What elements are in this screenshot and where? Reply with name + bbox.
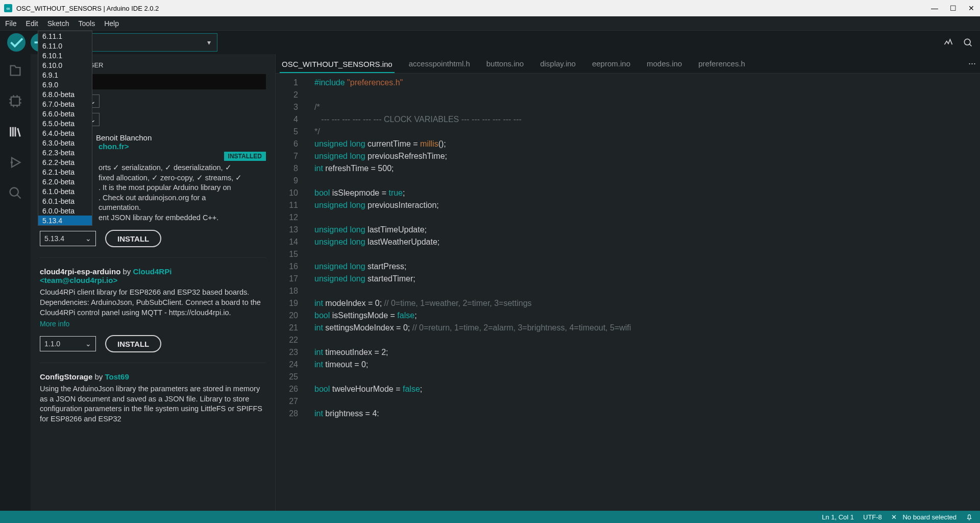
tab[interactable]: preferences.h — [696, 59, 747, 68]
serial-monitor-icon[interactable] — [963, 37, 973, 47]
svg-point-0 — [964, 39, 970, 45]
svg-point-2 — [11, 161, 13, 164]
close-icon[interactable]: ✕ — [967, 4, 976, 13]
window-title: OSC_WITHOUT_SENSORS | Arduino IDE 2.0.2 — [16, 5, 159, 12]
library-card: ConfigStorage by Tost69 Using the Arduin… — [40, 372, 266, 434]
version-dropdown[interactable]: 6.11.16.11.06.10.16.10.06.9.16.9.06.8.0-… — [38, 31, 92, 226]
source-text: #include "preferences.h" /* --- --- --- … — [306, 74, 980, 511]
svg-point-3 — [10, 188, 18, 196]
library-author: Benoit Blanchon — [96, 133, 152, 142]
dropdown-option[interactable]: 6.5.0-beta — [38, 118, 92, 128]
cursor-position: Ln 1, Col 1 — [822, 513, 854, 521]
encoding: UTF-8 — [863, 513, 882, 521]
app-icon: ∞ — [4, 4, 12, 12]
dropdown-option[interactable]: 6.10.0 — [38, 60, 92, 70]
minimize-icon[interactable]: — — [930, 4, 939, 13]
tab[interactable]: OSC_WITHOUT_SENSORS.ino — [280, 60, 395, 73]
version-select[interactable]: 5.13.4⌄ — [40, 231, 96, 246]
maximize-icon[interactable]: ☐ — [948, 4, 958, 13]
dropdown-option[interactable]: 6.0.1-beta — [38, 196, 92, 206]
dropdown-option[interactable]: 6.9.1 — [38, 70, 92, 80]
bell-icon[interactable] — [966, 513, 973, 520]
library-description: Using the ArduinoJson library the parame… — [40, 384, 266, 424]
version-select[interactable]: 1.1.0⌄ — [40, 336, 96, 351]
library-manager-icon[interactable] — [8, 125, 22, 139]
library-description: Cloud4RPi client library for ESP8266 and… — [40, 288, 266, 318]
code-area[interactable]: 1234567891011121314151617181920212223242… — [276, 74, 980, 511]
dropdown-option[interactable]: 6.1.0-beta — [38, 186, 92, 196]
install-button[interactable]: INSTALL — [105, 230, 161, 247]
tab[interactable]: modes.ino — [645, 59, 684, 68]
svg-rect-1 — [11, 97, 19, 105]
installed-badge: INSTALLED — [224, 152, 266, 161]
dropdown-option[interactable]: 6.9.0 — [38, 80, 92, 89]
library-card: cloud4rpi-esp-arduino by Cloud4RPi <team… — [40, 267, 266, 363]
library-email: <team@cloud4rpi.io> — [40, 276, 266, 284]
dropdown-option[interactable]: 6.11.0 — [38, 41, 92, 51]
dropdown-option[interactable]: 6.4.0-beta — [38, 128, 92, 138]
menu-sketch[interactable]: Sketch — [47, 19, 69, 28]
dropdown-option[interactable]: 5.13.4 — [38, 216, 92, 225]
dropdown-option[interactable]: 6.8.0-beta — [38, 89, 92, 99]
dropdown-option[interactable]: 6.7.0-beta — [38, 99, 92, 109]
search-icon[interactable] — [8, 186, 22, 200]
tab-overflow-icon[interactable]: ··· — [968, 58, 976, 69]
dropdown-option[interactable]: 6.3.0-beta — [38, 138, 92, 148]
chevron-down-icon: ⌄ — [85, 234, 91, 243]
menu-file[interactable]: File — [5, 19, 17, 28]
tab[interactable]: accesspointhtml.h — [407, 59, 472, 68]
boards-manager-icon[interactable] — [8, 94, 22, 108]
tab[interactable]: eeprom.ino — [590, 59, 632, 68]
dropdown-option[interactable]: 6.2.0-beta — [38, 177, 92, 186]
chevron-down-icon: ▾ — [207, 38, 211, 46]
editor: OSC_WITHOUT_SENSORS.inoaccesspointhtml.h… — [276, 54, 980, 511]
dropdown-option[interactable]: 6.0.0-beta — [38, 206, 92, 216]
serial-plotter-icon[interactable] — [943, 37, 953, 47]
library-email: chon.fr> — [99, 142, 266, 151]
chevron-down-icon: ⌄ — [85, 340, 91, 348]
board-status[interactable]: ✕ No board selected — [891, 513, 957, 521]
library-panel: LIBRARY MANAGER a Ty ⌄ To ⌄ 6.11.16.11.0… — [31, 54, 276, 511]
tab[interactable]: display.ino — [538, 59, 578, 68]
sketchbook-icon[interactable] — [8, 63, 22, 78]
gutter: 1234567891011121314151617181920212223242… — [276, 74, 306, 511]
titlebar: ∞ OSC_WITHOUT_SENSORS | Arduino IDE 2.0.… — [0, 0, 980, 16]
dropdown-option[interactable]: 6.2.3-beta — [38, 148, 92, 157]
dropdown-option[interactable]: 6.2.1-beta — [38, 167, 92, 177]
status-bar: Ln 1, Col 1 UTF-8 ✕ No board selected — [0, 511, 980, 523]
dropdown-option[interactable]: 6.11.1 — [38, 31, 92, 41]
debug-icon[interactable] — [8, 155, 22, 170]
tab[interactable]: buttons.ino — [484, 59, 526, 68]
more-info-link[interactable]: More info — [40, 320, 266, 328]
dropdown-option[interactable]: 6.2.2-beta — [38, 157, 92, 167]
menu-tools[interactable]: Tools — [79, 19, 95, 28]
dropdown-option[interactable]: 6.6.0-beta — [38, 109, 92, 118]
menubar: FileEditSketchToolsHelp — [0, 16, 980, 31]
tab-bar: OSC_WITHOUT_SENSORS.inoaccesspointhtml.h… — [276, 54, 980, 74]
verify-button[interactable] — [7, 33, 26, 52]
dropdown-option[interactable]: 6.10.1 — [38, 51, 92, 60]
install-button[interactable]: INSTALL — [105, 335, 161, 352]
activity-bar — [0, 54, 31, 511]
menu-help[interactable]: Help — [104, 19, 119, 28]
menu-edit[interactable]: Edit — [26, 19, 38, 28]
toolbar: t Board ▾ — [0, 31, 980, 54]
